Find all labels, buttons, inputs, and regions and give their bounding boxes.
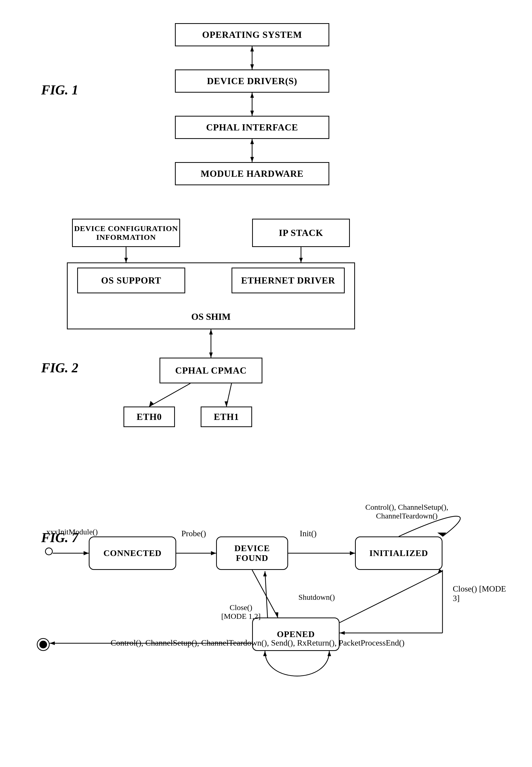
svg-marker-21 — [84, 551, 89, 555]
svg-marker-14 — [209, 329, 213, 334]
page: FIG. 1 OPERATING SYSTEM DEVICE DRIVER(S)… — [0, 0, 532, 767]
fig1-container: FIG. 1 OPERATING SYSTEM DEVICE DRIVER(S)… — [21, 15, 511, 196]
svg-marker-10 — [124, 258, 128, 262]
svg-line-30 — [340, 571, 442, 623]
svg-marker-23 — [211, 551, 216, 555]
end-circle-inner — [39, 641, 47, 648]
box-eth1: ETH1 — [201, 407, 252, 427]
state-initialized: INITIALIZED — [355, 536, 442, 570]
svg-marker-7 — [250, 139, 254, 144]
svg-marker-17 — [149, 401, 154, 407]
svg-line-16 — [149, 383, 190, 407]
svg-marker-15 — [209, 352, 213, 358]
fig1-label: FIG. 1 — [41, 82, 78, 98]
box-cphalcpmac: CPHAL CPMAC — [159, 358, 262, 383]
box-mhw: MODULE HARDWARE — [175, 162, 329, 185]
label-shutdown: Control(), ChannelSetup(), ChannelTeardo… — [111, 638, 404, 648]
box-cphal: CPHAL INTERFACE — [175, 116, 329, 139]
label-open: Close() [MODE 3] — [453, 584, 511, 603]
fig2-container: FIG. 2 DEVICE CONFIGURATION INFORMATION … — [21, 211, 511, 443]
svg-marker-2 — [250, 64, 254, 69]
svg-marker-26 — [437, 533, 446, 536]
label-close-mode12: Shutdown() — [298, 584, 335, 602]
label-init: Init() — [300, 529, 317, 538]
box-osshim-label: OS SHIM — [67, 311, 355, 322]
state-connected: CONNECTED — [89, 536, 176, 570]
box-dd: DEVICE DRIVER(S) — [175, 69, 329, 93]
svg-marker-33 — [275, 612, 278, 618]
svg-marker-37 — [263, 651, 267, 656]
end-circle-outer — [37, 638, 50, 651]
svg-marker-12 — [299, 258, 303, 262]
state-device-found: DEVICE FOUND — [216, 536, 288, 570]
label-close-mode3: Close() [MODE 1,2] — [221, 594, 261, 621]
svg-line-18 — [226, 383, 232, 407]
svg-marker-25 — [350, 551, 355, 555]
svg-marker-36 — [327, 651, 331, 656]
box-ethdrv: ETHERNET DRIVER — [232, 268, 345, 293]
label-init-module: xxxInitModule() — [46, 527, 98, 536]
svg-marker-8 — [250, 157, 254, 162]
svg-line-34 — [265, 571, 268, 618]
fig2-label: FIG. 2 — [41, 360, 78, 375]
svg-marker-19 — [225, 401, 228, 407]
svg-marker-4 — [250, 93, 254, 98]
svg-marker-5 — [250, 111, 254, 116]
box-dci: DEVICE CONFIGURATION INFORMATION — [72, 219, 180, 247]
label-control-loop: Control(), ChannelSetup(), ChannelTeardo… — [365, 494, 448, 520]
svg-marker-35 — [263, 571, 267, 576]
svg-marker-29 — [340, 631, 345, 635]
svg-marker-39 — [50, 641, 55, 645]
box-eth0: ETH0 — [123, 407, 175, 427]
box-os: OPERATING SYSTEM — [175, 23, 329, 46]
fig7-container: FIG. 7 CONNECTED DEVICE FOUND INITIALIZE… — [21, 458, 511, 741]
box-ipstack: IP STACK — [252, 219, 350, 247]
label-probe: Probe() — [181, 529, 206, 538]
svg-marker-1 — [250, 46, 254, 51]
box-ossupport: OS SUPPORT — [77, 268, 185, 293]
start-circle — [45, 548, 53, 555]
